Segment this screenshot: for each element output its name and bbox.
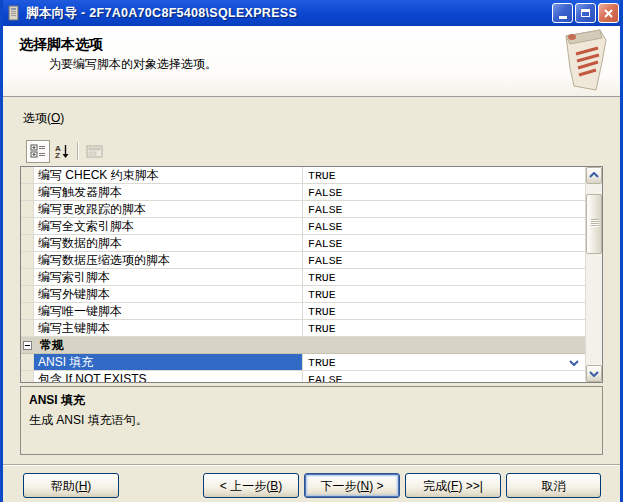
categorized-button[interactable] [26,140,50,163]
back-button[interactable]: < 上一步(B) [203,473,299,498]
page-title: 选择脚本选项 [19,36,103,54]
vertical-scrollbar[interactable] [585,167,602,382]
row-gutter [21,201,34,217]
row-gutter [21,218,34,234]
row-gutter [21,320,34,336]
property-name[interactable]: 包含 If NOT EXISTS [34,371,303,382]
property-row[interactable]: 编写主键脚本TRUE [21,320,585,337]
property-name[interactable]: 编写更改跟踪的脚本 [34,201,303,217]
property-description-panel: ANSI 填充 生成 ANSI 填充语句。 [20,386,603,455]
property-pages-button [83,140,107,163]
alphabetical-sort-icon: A Z [54,143,70,159]
cancel-button[interactable]: 取消 [506,473,601,498]
minimize-button[interactable] [552,3,573,23]
property-row[interactable]: 编写 CHECK 约束脚本TRUE [21,167,585,184]
category-label: 常规 [34,337,64,353]
collapse-icon[interactable] [21,337,34,353]
value-dropdown-button[interactable] [566,355,582,369]
property-value[interactable]: TRUE [303,269,585,285]
description-text: 生成 ANSI 填充语句。 [29,412,594,429]
property-value[interactable]: TRUE [303,286,585,302]
property-row[interactable]: 编写数据的脚本FALSE [21,235,585,252]
property-name[interactable]: 编写数据的脚本 [34,235,303,251]
svg-text:Z: Z [55,151,60,159]
footer-divider [3,464,620,466]
property-row[interactable]: 编写索引脚本TRUE [21,269,585,286]
scroll-watermark-icon [556,28,614,94]
property-grid[interactable]: 编写 CHECK 约束脚本TRUE编写触发器脚本FALSE编写更改跟踪的脚本FA… [20,166,603,383]
close-button[interactable] [598,3,619,23]
property-value[interactable]: FALSE [303,218,585,234]
scroll-down-button[interactable] [586,365,602,382]
property-row[interactable]: 编写唯一键脚本TRUE [21,303,585,320]
property-value[interactable]: FALSE [303,201,585,217]
property-value[interactable]: TRUE [303,167,585,183]
property-name[interactable]: 编写主键脚本 [34,320,303,336]
property-value[interactable]: FALSE [303,235,585,251]
window-title: 脚本向导 - 2F7A0A70C8F5408\SQLEXPRESS [26,5,550,22]
property-value[interactable]: TRUE [303,303,585,319]
scrollbar-grip [591,219,599,227]
page-subtitle: 为要编写脚本的对象选择选项。 [49,56,217,73]
chevron-up-icon [589,172,599,179]
property-name[interactable]: 编写唯一键脚本 [34,303,303,319]
next-button[interactable]: 下一步(N) > [304,473,400,498]
row-gutter [21,371,34,382]
property-name[interactable]: 编写数据压缩选项的脚本 [34,252,303,268]
maximize-button[interactable] [575,3,596,23]
row-gutter [21,303,34,319]
property-name[interactable]: 编写全文索引脚本 [34,218,303,234]
property-row[interactable]: ANSI 填充TRUE [21,354,585,371]
row-gutter [21,184,34,200]
scrollbar-thumb[interactable] [586,194,602,254]
row-gutter [21,252,34,268]
property-name[interactable]: 编写索引脚本 [34,269,303,285]
options-label: 选项(O) [23,110,64,127]
property-row[interactable]: 编写触发器脚本FALSE [21,184,585,201]
wizard-app-icon [6,5,22,21]
property-value[interactable]: FALSE [303,252,585,268]
property-grid-toolbar: A Z [26,139,107,163]
script-wizard-dialog: 脚本向导 - 2F7A0A70C8F5408\SQLEXPRESS 选择脚本选项… [0,0,623,502]
property-pages-icon [86,144,104,159]
description-title: ANSI 填充 [29,392,594,409]
row-gutter [21,235,34,251]
property-name[interactable]: 编写触发器脚本 [34,184,303,200]
property-name[interactable]: ANSI 填充 [34,354,303,370]
help-button[interactable]: 帮助(H) [23,473,119,498]
property-grid-rows: 编写 CHECK 约束脚本TRUE编写触发器脚本FALSE编写更改跟踪的脚本FA… [21,167,585,382]
row-gutter [21,286,34,302]
property-value[interactable]: FALSE [303,184,585,200]
property-category-row[interactable]: 常规 [21,337,585,354]
close-icon [603,8,614,19]
property-name[interactable]: 编写 CHECK 约束脚本 [34,167,303,183]
row-gutter [21,167,34,183]
toolbar-separator [77,142,78,160]
property-row[interactable]: 编写全文索引脚本FALSE [21,218,585,235]
chevron-down-icon [589,370,599,377]
row-gutter [21,269,34,285]
finish-button[interactable]: 完成(F) >>| [405,473,501,498]
title-bar[interactable]: 脚本向导 - 2F7A0A70C8F5408\SQLEXPRESS [0,0,623,26]
property-row[interactable]: 编写更改跟踪的脚本FALSE [21,201,585,218]
property-row[interactable]: 编写外键脚本TRUE [21,286,585,303]
wizard-header: 选择脚本选项 为要编写脚本的对象选择选项。 [3,26,620,97]
property-row[interactable]: 包含 If NOT EXISTSFALSE [21,371,585,382]
property-name[interactable]: 编写外键脚本 [34,286,303,302]
property-value[interactable]: TRUE [303,354,585,370]
chevron-down-icon [569,359,579,366]
property-row[interactable]: 编写数据压缩选项的脚本FALSE [21,252,585,269]
alphabetical-sort-button[interactable]: A Z [50,140,74,163]
categorized-icon [30,143,46,159]
scroll-up-button[interactable] [586,167,602,184]
property-value[interactable]: FALSE [303,371,585,382]
property-value[interactable]: TRUE [303,320,585,336]
row-gutter [21,354,34,370]
